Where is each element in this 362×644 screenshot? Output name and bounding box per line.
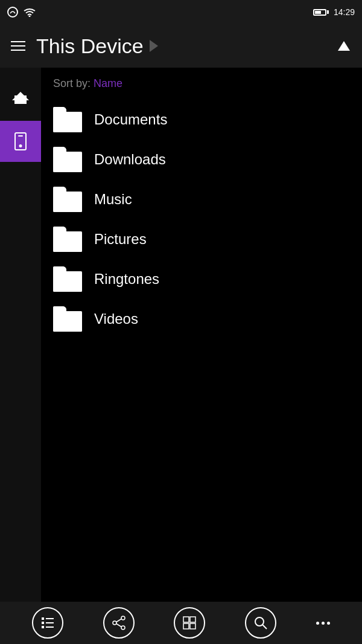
svg-rect-15 (190, 623, 195, 629)
sidebar (0, 68, 41, 602)
search-icon (253, 615, 268, 631)
svg-rect-14 (183, 623, 189, 629)
svg-rect-3 (42, 626, 44, 628)
phone-icon (14, 132, 27, 150)
list-view-icon (40, 615, 56, 631)
nav-title: This Device (36, 34, 326, 58)
status-bar: 14:29 (0, 0, 362, 24)
folder-icon-documents (53, 107, 82, 132)
sidebar-item-home[interactable] (0, 75, 41, 116)
top-nav-bar: This Device (0, 24, 362, 68)
main-layout: Sort by: Name Documents Downloads (0, 68, 362, 602)
svg-line-17 (262, 625, 267, 629)
folder-list: Documents Downloads Music (41, 100, 362, 339)
svg-point-16 (255, 617, 264, 626)
folder-icon-pictures (53, 227, 82, 252)
search-button[interactable] (245, 607, 276, 639)
svg-rect-1 (42, 617, 44, 620)
folder-label-music: Music (94, 191, 132, 208)
folder-label-pictures: Pictures (94, 231, 147, 248)
sort-label: Sort by: (53, 77, 91, 89)
status-time: 14:29 (334, 7, 355, 17)
folder-label-downloads: Downloads (94, 151, 166, 168)
svg-line-11 (116, 624, 121, 627)
svg-rect-12 (183, 617, 189, 622)
dot-3 (327, 622, 330, 625)
svg-point-0 (29, 16, 31, 18)
sort-value: Name (94, 77, 122, 89)
up-arrow-icon (338, 41, 350, 51)
folder-icon-ringtones (53, 266, 82, 292)
signal-icon (7, 7, 18, 18)
folder-item-downloads[interactable]: Downloads (41, 140, 362, 179)
sort-row: Sort by: Name (41, 77, 362, 100)
hamburger-line-3 (11, 50, 25, 51)
wifi-icon (23, 7, 36, 17)
svg-line-10 (116, 619, 121, 622)
grid-view-button[interactable] (174, 607, 205, 639)
content-area: Sort by: Name Documents Downloads (41, 68, 362, 602)
battery-icon (313, 9, 329, 16)
status-right-icons: 14:29 (313, 7, 355, 17)
nav-chevron-icon (150, 40, 158, 52)
share-button[interactable] (103, 607, 135, 639)
more-button[interactable] (316, 622, 330, 625)
svg-rect-5 (46, 622, 54, 623)
svg-rect-2 (42, 622, 44, 624)
folder-item-music[interactable]: Music (41, 179, 362, 219)
hamburger-line-2 (11, 45, 25, 47)
grid-view-icon (182, 615, 197, 631)
status-left-icons (7, 7, 36, 18)
folder-label-ringtones: Ringtones (94, 271, 159, 288)
folder-icon-videos (53, 306, 82, 332)
svg-rect-4 (46, 618, 54, 619)
svg-point-9 (121, 626, 125, 630)
svg-rect-13 (190, 617, 195, 622)
dot-1 (316, 622, 319, 625)
svg-rect-6 (46, 626, 54, 628)
folder-item-ringtones[interactable]: Ringtones (41, 259, 362, 299)
folder-label-videos: Videos (94, 311, 138, 327)
home-icon (12, 87, 29, 104)
folder-icon-music (53, 187, 82, 212)
svg-point-7 (121, 616, 125, 620)
folder-item-videos[interactable]: Videos (41, 299, 362, 339)
hamburger-button[interactable] (5, 33, 31, 59)
list-view-button[interactable] (32, 607, 63, 639)
folder-icon-downloads (53, 147, 82, 172)
dot-2 (322, 622, 325, 625)
bottom-bar (0, 602, 362, 644)
share-icon (111, 615, 127, 631)
sidebar-item-device[interactable] (0, 121, 41, 162)
hamburger-line-1 (11, 41, 25, 42)
svg-point-8 (113, 621, 116, 625)
folder-label-documents: Documents (94, 111, 167, 128)
folder-item-documents[interactable]: Documents (41, 100, 362, 140)
up-button[interactable] (331, 33, 357, 59)
folder-item-pictures[interactable]: Pictures (41, 219, 362, 259)
